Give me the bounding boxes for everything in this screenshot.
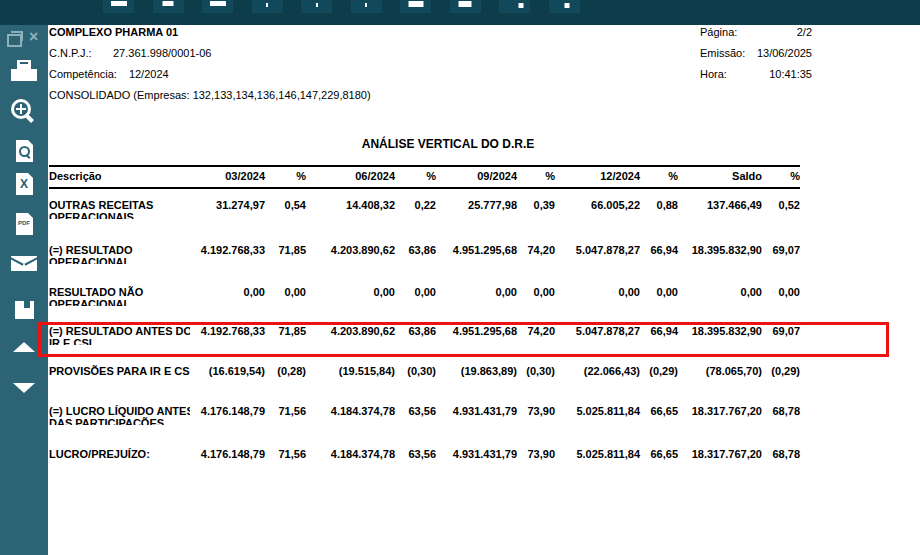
sidebar: × X PDF xyxy=(0,25,48,555)
pagina-label: Página: xyxy=(700,26,737,38)
col-header: % xyxy=(517,166,555,188)
zoom-in-button[interactable] xyxy=(0,99,48,125)
col-header: Descrição xyxy=(49,166,190,188)
cell-value: (0,29) xyxy=(640,355,678,395)
consolidado-line: CONSOLIDADO (Empresas: 132,133,134,136,1… xyxy=(49,89,371,101)
table-row: (=) LUCRO LÍQUIDO ANTESDAS PARTICIPAÇÕES… xyxy=(49,395,800,438)
cell-value: 0,00 xyxy=(678,276,762,315)
toolbar-button-10[interactable] xyxy=(549,0,580,13)
cell-value: 0,22 xyxy=(395,188,436,234)
cell-value: 137.466,49 xyxy=(678,188,762,234)
export-excel-button[interactable]: X xyxy=(0,173,48,195)
competencia-label: Competência: xyxy=(49,68,117,80)
hora-label: Hora: xyxy=(700,68,727,80)
table-row: RESULTADO NÃOOPERACIONAL0,000,000,000,00… xyxy=(49,276,800,315)
cell-value: 14.408,32 xyxy=(306,188,395,234)
cell-value: 0,88 xyxy=(640,188,678,234)
cell-value: 0,39 xyxy=(517,188,555,234)
cell-value: (0,30) xyxy=(395,355,436,395)
pagina-value: 2/2 xyxy=(797,26,812,38)
export-pdf-button[interactable]: PDF xyxy=(0,213,48,235)
row-description: PROVISÕES PARA IR E CSL xyxy=(49,355,190,395)
cell-value: 0,00 xyxy=(395,276,436,315)
row-description: (=) LUCRO LÍQUIDO ANTESDAS PARTICIPAÇÕES xyxy=(49,395,190,438)
cell-value: 63,56 xyxy=(395,438,436,478)
toolbar-button-2[interactable] xyxy=(153,0,184,13)
cell-value: 0,00 xyxy=(762,276,800,315)
cell-value: 68,78 xyxy=(762,438,800,478)
save-button[interactable] xyxy=(0,301,48,319)
close-icon[interactable]: × xyxy=(29,28,38,46)
cell-value: 66,94 xyxy=(640,234,678,276)
toolbar-button-4[interactable] xyxy=(252,0,283,13)
col-header: 03/2024 xyxy=(190,166,265,188)
cell-value: 63,86 xyxy=(395,234,436,276)
cell-value: 5.025.811,84 xyxy=(555,438,640,478)
report-page: COMPLEXO PHARMA 01 C.N.P.J.:27.361.998/0… xyxy=(48,25,920,555)
cell-value: 4.184.374,78 xyxy=(306,438,395,478)
cell-value: 5.025.811,84 xyxy=(555,395,640,438)
preview-search-button[interactable] xyxy=(0,140,48,162)
cell-value: (22.066,43) xyxy=(555,355,640,395)
report-title: ANÁLISE VERTICAL DO D.R.E xyxy=(48,137,848,151)
cell-value: 73,90 xyxy=(517,438,555,478)
table-row: LUCRO/PREJUÍZO:4.176.148,7971,564.184.37… xyxy=(49,438,800,478)
col-header: Saldo xyxy=(678,166,762,188)
competencia-value: 12/2024 xyxy=(129,68,169,80)
cell-value: 71,56 xyxy=(265,395,306,438)
cell-value: 0,00 xyxy=(190,276,265,315)
row-description: RESULTADO NÃOOPERACIONAL xyxy=(49,276,190,315)
col-header: 12/2024 xyxy=(555,166,640,188)
toolbar-button-7[interactable] xyxy=(400,0,431,13)
cell-value: 31.274,97 xyxy=(190,188,265,234)
cell-value: 4.184.374,78 xyxy=(306,395,395,438)
cell-value: 0,52 xyxy=(762,188,800,234)
cell-value: 4.931.431,79 xyxy=(436,395,517,438)
cell-value: 66,65 xyxy=(640,438,678,478)
toolbar-button-5[interactable] xyxy=(301,0,332,13)
col-header: 06/2024 xyxy=(306,166,395,188)
cell-value: (19.863,89) xyxy=(436,355,517,395)
email-icon xyxy=(11,256,37,271)
col-header: % xyxy=(395,166,436,188)
table-row: PROVISÕES PARA IR E CSL(16.619,54)(0,28)… xyxy=(49,355,800,395)
col-header: % xyxy=(762,166,800,188)
cell-value: 4.203.890,62 xyxy=(306,234,395,276)
page-up-icon xyxy=(13,342,35,352)
zoom-in-icon xyxy=(11,99,37,125)
cell-value: 68,78 xyxy=(762,395,800,438)
cell-value: 4.192.768,33 xyxy=(190,234,265,276)
cell-value: 18.317.767,20 xyxy=(678,438,762,478)
toolbar-button-8[interactable] xyxy=(450,0,481,13)
preview-search-icon xyxy=(16,140,33,162)
restore-window-icon[interactable] xyxy=(7,34,22,47)
company-name: COMPLEXO PHARMA 01 xyxy=(49,26,178,38)
competencia-line: Competência:12/2024 xyxy=(49,68,169,80)
cell-value: (19.515,84) xyxy=(306,355,395,395)
export-pdf-icon: PDF xyxy=(16,213,33,235)
row-description: (=) RESULTADOOPERACIONAL xyxy=(49,234,190,276)
print-button[interactable] xyxy=(0,60,48,81)
cell-value: (0,28) xyxy=(265,355,306,395)
emissao-value: 13/06/2025 xyxy=(757,47,812,59)
toolbar-button-3[interactable] xyxy=(202,0,233,13)
toolbar-button-9[interactable] xyxy=(499,0,530,13)
col-header: % xyxy=(640,166,678,188)
table-header-row: Descrição 03/2024 % 06/2024 % 09/2024 % … xyxy=(49,166,800,188)
cell-value: (0,29) xyxy=(762,355,800,395)
cnpj-line: C.N.P.J.:27.361.998/0001-06 xyxy=(49,47,211,59)
table-row: (=) RESULTADOOPERACIONAL4.192.768,3371,8… xyxy=(49,234,800,276)
cell-value: 71,56 xyxy=(265,438,306,478)
top-toolbar xyxy=(0,0,920,25)
cell-value: 18.317.767,20 xyxy=(678,395,762,438)
cell-value: 5.047.878,27 xyxy=(555,234,640,276)
cell-value: 69,07 xyxy=(762,234,800,276)
hora-value: 10:41:35 xyxy=(769,68,812,80)
toolbar-button-1[interactable] xyxy=(103,0,134,13)
export-excel-icon: X xyxy=(16,173,33,195)
cell-value: 4.951.295,68 xyxy=(436,234,517,276)
cell-value: 0,54 xyxy=(265,188,306,234)
page-down-button[interactable] xyxy=(0,383,48,393)
email-button[interactable] xyxy=(0,256,48,271)
toolbar-button-6[interactable] xyxy=(351,0,382,13)
